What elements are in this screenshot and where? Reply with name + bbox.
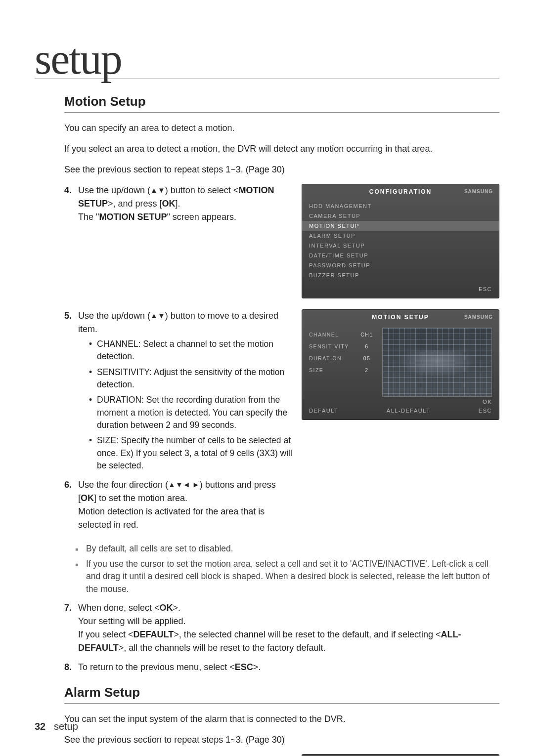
page-number: 32_ [35,721,51,732]
alarm-step-4: 4. Use the up/down (▲▼) button to select… [64,754,293,756]
motion-step-6: 6. Use the four direction (▲▼◄ ►) button… [64,478,293,532]
motion-step-7: 7. When done, select <OK>. Your setting … [64,601,499,655]
osd-item-hdd[interactable]: HDD MANAGEMENT [302,201,499,211]
osd-default-button[interactable]: DEFAULT [309,408,338,414]
motion-note-2: If you use the cursor to set the motion … [75,558,499,595]
osd-brand: SAMSUNG [464,314,493,320]
motion-heading: Motion Setup [64,94,499,113]
alarm-intro-2: See the previous section to repeat steps… [64,733,499,747]
motion-step-5: 5. Use the up/down (▲▼) button to move t… [64,309,293,472]
osd-menu: HDD MANAGEMENT CAMERA SETUP MOTION SETUP… [302,199,499,283]
bullet-channel: CHANNEL: Select a channel to set the mot… [89,338,293,363]
osd-item-password[interactable]: PASSWORD SETUP [302,260,499,270]
footer-text: setup [51,721,78,732]
label-sensitivity: SENSITIVITY [309,343,352,349]
motion-intro-1: You can specify an area to detect a moti… [64,122,499,135]
up-down-icon: ▲▼ [150,185,165,196]
osd-item-buzzer[interactable]: BUZZER SETUP [302,270,499,280]
motion-step-4: 4. Use the up/down (▲▼) button to select… [64,184,293,224]
bullet-size: SIZE: Specify the number of cells to be … [89,434,293,472]
label-duration: DURATION [309,355,352,361]
motion-intro-2: If you select an area to detect a motion… [64,142,499,156]
alarm-heading: Alarm Setup [64,685,499,704]
osd-item-interval[interactable]: INTERVAL SETUP [302,241,499,251]
osd-item-camera[interactable]: CAMERA SETUP [302,211,499,221]
motion-intro-3: See the previous section to repeat steps… [64,163,499,177]
alarm-intro-1: You can set the input system of the alar… [64,713,499,726]
value-size[interactable]: 2 [358,367,375,373]
label-channel: CHANNEL [309,332,352,337]
osd-configuration-motion: CONFIGURATION SAMSUNG HDD MANAGEMENT CAM… [302,184,499,298]
osd-title: CONFIGURATION [369,188,432,195]
osd-brand: SAMSUNG [464,189,493,194]
page-footer: 32_ setup [35,721,78,732]
page-title: setup [35,40,499,79]
osd-esc-button[interactable]: ESC [479,408,492,414]
osd-configuration-alarm: CONFIGURATION SAMSUNG HDD MANAGEMENT CAM… [302,754,499,756]
step-number: 6. [64,478,72,492]
bullet-sensitivity: SENSITIVITY: Adjust the sensitivity of t… [89,366,293,391]
osd-ok-button[interactable]: OK [483,399,492,405]
motion-note-1: By default, all cells are set to disable… [75,543,499,555]
osd-item-alarm[interactable]: ALARM SETUP [302,231,499,241]
value-channel[interactable]: CH1 [358,332,375,337]
label-size: SIZE [309,367,352,373]
step-number: 5. [64,309,72,323]
step-number: 4. [64,184,72,197]
step-number: 8. [64,661,72,674]
motion-step-8: 8. To return to the previous menu, selec… [64,661,499,674]
osd-all-default-button[interactable]: ALL-DEFAULT [387,408,430,414]
osd-esc-button[interactable]: ESC [479,286,492,292]
motion-area-grid[interactable] [382,328,492,397]
step-number: 4. [64,754,72,756]
osd-motion-setup: MOTION SETUP SAMSUNG CHANNEL SENSITIVITY… [302,309,499,420]
bullet-duration: DURATION: Set the recording duration fro… [89,394,293,431]
osd-item-datetime[interactable]: DATE/TIME SETUP [302,251,499,260]
up-down-icon: ▲▼ [150,310,165,322]
step-number: 7. [64,601,72,615]
osd-title: MOTION SETUP [372,314,429,321]
direction-icon: ▲▼◄ ► [168,479,200,491]
value-sensitivity[interactable]: 6 [358,343,375,349]
osd-item-motion[interactable]: MOTION SETUP [302,221,499,231]
value-duration[interactable]: 05 [358,355,375,361]
